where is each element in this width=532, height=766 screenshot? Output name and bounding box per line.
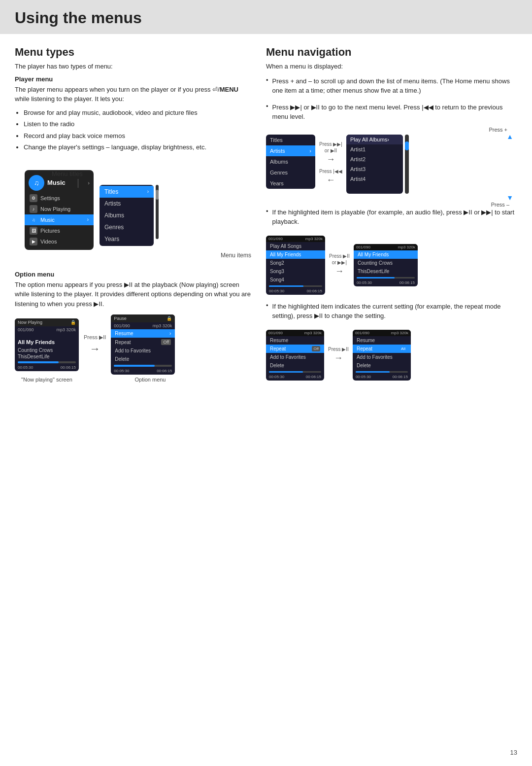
list-item: Song3: [266, 267, 325, 276]
press-play2-label: Press ▶II: [328, 347, 349, 352]
list-item: ⚙ Settings: [25, 193, 94, 204]
bullet-item: Browse for and play music, audiobook, vi…: [24, 108, 251, 118]
arrow-icon: ›: [309, 148, 311, 154]
repeat-value-badge: Off: [161, 339, 171, 345]
list-item: Albums: [100, 209, 154, 221]
nav-scroll-bar: [405, 135, 409, 194]
bullet1-text: Press + and – to scroll up and down the …: [272, 76, 517, 96]
music-icon: ♫: [29, 175, 44, 191]
playback-screen-right: 001/090 mp3 320k All My Friends Counting…: [354, 244, 418, 286]
progress-bar: [18, 361, 76, 363]
list-item: Artist2: [346, 154, 403, 164]
list-item: Genres: [100, 221, 154, 233]
artist-label: Counting Crows: [15, 347, 79, 353]
music-arrow: ›: [88, 180, 90, 186]
bullet3-text: If the highlighted item is playable (for…: [272, 208, 517, 227]
now-playing-label: "Now playing" screen: [15, 377, 79, 383]
bullet-dot: •: [266, 76, 268, 100]
list-item: Years: [100, 233, 154, 245]
bullet-dot: •: [266, 103, 268, 126]
progress-bar: [269, 371, 321, 373]
arrow-right-icon: →: [90, 343, 100, 355]
arrow-right-icon: →: [334, 353, 343, 363]
bullet3-container: • If the highlighted item is playable (f…: [266, 208, 517, 231]
list-item: Titles: [266, 135, 315, 145]
list-item: Song2: [266, 259, 325, 267]
setting-press-label: Press ▶II →: [328, 347, 349, 363]
progress-fill: [269, 371, 303, 373]
list-item: Repeat Off: [266, 345, 324, 353]
progress-bar: [114, 365, 172, 367]
playback-example: 001/090 mp3 320k Play All Songs All My F…: [266, 236, 517, 295]
nowplaying-icon: ♪: [30, 205, 37, 213]
player-menu-mockup: ♫ Music › ⚙ Settings ♪ Now Playing: [25, 170, 94, 250]
list-item: Artist3: [346, 164, 403, 174]
progress-fill: [18, 361, 59, 363]
list-item: Add to Favorites: [111, 347, 175, 355]
option-menu-desc: The option menu appears if you press ▶II…: [15, 280, 251, 309]
or-label: or ▶II: [325, 148, 337, 153]
press-label: Press ▶II: [84, 334, 106, 341]
repeat-off-badge: Off: [312, 346, 320, 351]
list-item: Artists: [100, 198, 154, 209]
bullet1-container: • Press + and – to scroll up and down th…: [266, 76, 517, 126]
lock-icon: 🔒: [70, 320, 76, 325]
arrow-icon: ›: [387, 137, 389, 142]
list-item: Artist4: [346, 174, 403, 184]
setting-screen-left: 001/090 mp3 320k Resume Repeat Off Add t…: [266, 330, 324, 381]
scroll-up-arrow: ▲: [506, 133, 513, 140]
arrow-left-icon: ←: [326, 175, 335, 185]
menu-types-title: Menu types: [15, 46, 251, 59]
press-action: Press ▶II →: [84, 334, 106, 355]
or-label: or ▶▶|: [332, 260, 347, 265]
list-item: ▶ Videos: [25, 236, 94, 247]
progress-bar: [357, 277, 415, 279]
progress-fill: [269, 285, 303, 287]
player-menu-heading: Player menu: [15, 75, 251, 83]
menu-nav-title: Menu navigation: [266, 46, 517, 59]
album-label: ThisDesertLife: [15, 353, 79, 360]
playback-press-label: Press ▶II or ▶▶| →: [329, 253, 350, 277]
list-item: ♪ Now Playing: [25, 204, 94, 214]
list-item: Play All Albums ›: [346, 135, 403, 144]
list-item: All My Friends: [354, 250, 418, 259]
page-title: Using the menus: [15, 9, 517, 27]
list-item: Repeat All: [353, 345, 411, 353]
list-item: Resume: [353, 336, 411, 345]
music-label: Music: [47, 179, 66, 186]
option-screens-container: Now Playing 🔒 001/090 mp3 320k All My Fr…: [15, 314, 251, 375]
scroll-indicator: [156, 185, 159, 239]
nav-press-labels: Press ▶▶| or ▶II → Press |◀◀ ←: [319, 135, 342, 185]
bullet-item: Record and play back voice memos: [24, 131, 251, 141]
list-item: Artist1: [346, 144, 403, 154]
list-item: Resume: [266, 336, 324, 345]
option-menu-label: Option menu: [118, 377, 182, 383]
list-item: Delete: [353, 361, 411, 370]
videos-icon: ▶: [30, 238, 37, 245]
list-item: Years: [266, 178, 315, 189]
list-item: ♫ Music ›: [25, 214, 94, 225]
list-item: All My Friends: [266, 250, 325, 259]
press-minus-label: Press –: [491, 202, 509, 208]
list-item: Genres: [266, 167, 315, 178]
progress-fill: [357, 277, 395, 279]
setting-example: 001/090 mp3 320k Resume Repeat Off Add t…: [266, 330, 517, 381]
music-icon: ♫: [30, 216, 37, 224]
scroll-down-arrow: ▼: [506, 194, 513, 202]
menu-types-intro: The player has two types of menu:: [15, 62, 251, 71]
list-item: ThisDesertLife: [354, 267, 418, 276]
menu-titles-label: Menu titles: [52, 170, 83, 177]
press-next-label: Press ▶▶|: [319, 141, 342, 147]
player-menu-bullets: Browse for and play music, audiobook, vi…: [24, 108, 251, 152]
bullet2-text: Press ▶▶| or ▶II to go to the next menu …: [272, 103, 517, 122]
page-number: 13: [510, 749, 517, 756]
press-plus-label: Press +: [489, 127, 507, 133]
list-item: Artists ›: [266, 145, 315, 156]
list-item: Add to Favorites: [266, 353, 324, 361]
bullet4-text: If the highlighted item indicates the cu…: [272, 302, 517, 321]
list-item: Repeat Off: [111, 338, 175, 347]
list-item: Delete: [111, 355, 175, 363]
screen-labels: "Now playing" screen Option menu: [15, 377, 251, 383]
song-label: All My Friends: [15, 337, 79, 347]
list-item: Resume ›: [111, 329, 175, 338]
